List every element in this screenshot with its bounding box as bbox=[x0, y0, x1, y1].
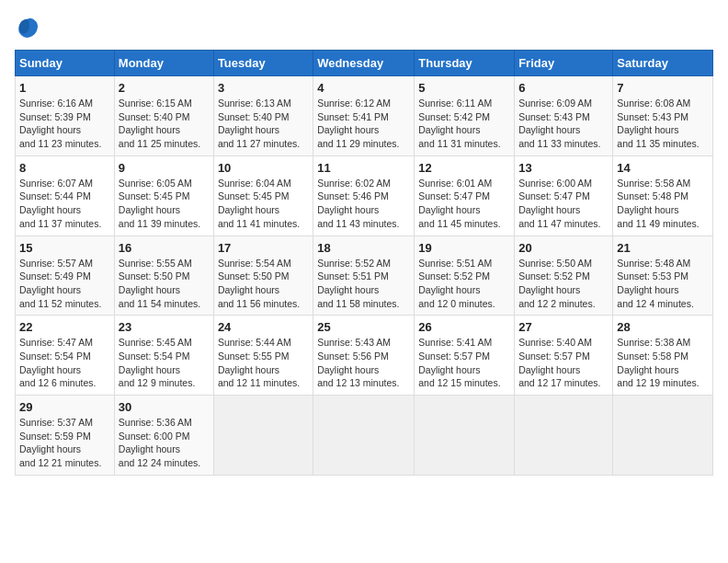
day-number: 26 bbox=[418, 320, 510, 334]
calendar-cell: 17 Sunrise: 5:54 AM Sunset: 5:50 PM Dayl… bbox=[213, 236, 313, 316]
day-number: 20 bbox=[518, 241, 609, 255]
calendar-cell: 23 Sunrise: 5:45 AM Sunset: 5:54 PM Dayl… bbox=[114, 316, 213, 396]
day-info: Sunrise: 5:50 AM Sunset: 5:52 PM Dayligh… bbox=[518, 257, 609, 311]
calendar-cell bbox=[613, 396, 713, 476]
weekday-header: Friday bbox=[515, 51, 613, 76]
calendar-header: SundayMondayTuesdayWednesdayThursdayFrid… bbox=[16, 51, 713, 76]
day-number: 11 bbox=[317, 161, 410, 175]
calendar-cell: 8 Sunrise: 6:07 AM Sunset: 5:44 PM Dayli… bbox=[16, 155, 115, 236]
day-number: 30 bbox=[119, 400, 210, 414]
day-info: Sunrise: 5:43 AM Sunset: 5:56 PM Dayligh… bbox=[317, 336, 410, 390]
day-number: 15 bbox=[19, 241, 110, 255]
day-info: Sunrise: 5:51 AM Sunset: 5:52 PM Dayligh… bbox=[418, 257, 510, 311]
day-info: Sunrise: 5:47 AM Sunset: 5:54 PM Dayligh… bbox=[19, 336, 110, 390]
day-number: 3 bbox=[218, 81, 309, 95]
day-info: Sunrise: 5:52 AM Sunset: 5:51 PM Dayligh… bbox=[317, 257, 410, 311]
calendar-cell: 16 Sunrise: 5:55 AM Sunset: 5:50 PM Dayl… bbox=[114, 236, 213, 316]
calendar-cell: 3 Sunrise: 6:13 AM Sunset: 5:40 PM Dayli… bbox=[213, 76, 313, 156]
weekday-header: Tuesday bbox=[213, 51, 313, 76]
day-info: Sunrise: 6:05 AM Sunset: 5:45 PM Dayligh… bbox=[119, 177, 210, 231]
day-number: 29 bbox=[19, 400, 110, 414]
calendar-cell: 21 Sunrise: 5:48 AM Sunset: 5:53 PM Dayl… bbox=[613, 236, 713, 316]
calendar-week-row: 8 Sunrise: 6:07 AM Sunset: 5:44 PM Dayli… bbox=[16, 155, 713, 236]
day-number: 9 bbox=[119, 161, 210, 175]
calendar-cell: 30 Sunrise: 5:36 AM Sunset: 6:00 PM Dayl… bbox=[114, 396, 213, 476]
calendar-table: SundayMondayTuesdayWednesdayThursdayFrid… bbox=[15, 50, 713, 476]
page-header bbox=[15, 15, 713, 40]
weekday-header: Monday bbox=[114, 51, 213, 76]
calendar-cell: 18 Sunrise: 5:52 AM Sunset: 5:51 PM Dayl… bbox=[313, 236, 415, 316]
calendar-cell: 1 Sunrise: 6:16 AM Sunset: 5:39 PM Dayli… bbox=[16, 76, 115, 156]
day-info: Sunrise: 6:08 AM Sunset: 5:43 PM Dayligh… bbox=[617, 97, 709, 151]
calendar-cell: 19 Sunrise: 5:51 AM Sunset: 5:52 PM Dayl… bbox=[415, 236, 515, 316]
day-info: Sunrise: 5:58 AM Sunset: 5:48 PM Dayligh… bbox=[617, 177, 709, 231]
calendar-cell: 14 Sunrise: 5:58 AM Sunset: 5:48 PM Dayl… bbox=[613, 155, 713, 236]
calendar-cell bbox=[213, 396, 313, 476]
calendar-cell: 25 Sunrise: 5:43 AM Sunset: 5:56 PM Dayl… bbox=[313, 316, 415, 396]
day-number: 25 bbox=[317, 320, 410, 334]
day-info: Sunrise: 6:04 AM Sunset: 5:45 PM Dayligh… bbox=[218, 177, 309, 231]
day-info: Sunrise: 6:01 AM Sunset: 5:47 PM Dayligh… bbox=[418, 177, 510, 231]
day-number: 17 bbox=[218, 241, 309, 255]
day-number: 23 bbox=[119, 320, 210, 334]
calendar-cell: 20 Sunrise: 5:50 AM Sunset: 5:52 PM Dayl… bbox=[515, 236, 613, 316]
day-number: 19 bbox=[418, 241, 510, 255]
day-info: Sunrise: 5:57 AM Sunset: 5:49 PM Dayligh… bbox=[19, 257, 110, 311]
day-number: 28 bbox=[617, 320, 709, 334]
day-info: Sunrise: 5:44 AM Sunset: 5:55 PM Dayligh… bbox=[218, 336, 309, 390]
weekday-header: Sunday bbox=[16, 51, 115, 76]
calendar-week-row: 1 Sunrise: 6:16 AM Sunset: 5:39 PM Dayli… bbox=[16, 76, 713, 156]
day-number: 10 bbox=[218, 161, 309, 175]
calendar-week-row: 15 Sunrise: 5:57 AM Sunset: 5:49 PM Dayl… bbox=[16, 236, 713, 316]
day-number: 5 bbox=[418, 81, 510, 95]
day-info: Sunrise: 5:36 AM Sunset: 6:00 PM Dayligh… bbox=[119, 416, 210, 470]
day-info: Sunrise: 6:02 AM Sunset: 5:46 PM Dayligh… bbox=[317, 177, 410, 231]
day-info: Sunrise: 5:41 AM Sunset: 5:57 PM Dayligh… bbox=[418, 336, 510, 390]
calendar-cell: 12 Sunrise: 6:01 AM Sunset: 5:47 PM Dayl… bbox=[415, 155, 515, 236]
calendar-cell bbox=[515, 396, 613, 476]
weekday-header: Saturday bbox=[613, 51, 713, 76]
calendar-cell: 2 Sunrise: 6:15 AM Sunset: 5:40 PM Dayli… bbox=[114, 76, 213, 156]
day-number: 6 bbox=[518, 81, 609, 95]
day-number: 27 bbox=[518, 320, 609, 334]
day-number: 14 bbox=[617, 161, 709, 175]
day-info: Sunrise: 5:38 AM Sunset: 5:58 PM Dayligh… bbox=[617, 336, 709, 390]
day-info: Sunrise: 5:45 AM Sunset: 5:54 PM Dayligh… bbox=[119, 336, 210, 390]
calendar-cell: 13 Sunrise: 6:00 AM Sunset: 5:47 PM Dayl… bbox=[515, 155, 613, 236]
calendar-cell: 22 Sunrise: 5:47 AM Sunset: 5:54 PM Dayl… bbox=[16, 316, 115, 396]
calendar-cell bbox=[415, 396, 515, 476]
day-number: 2 bbox=[119, 81, 210, 95]
calendar-cell: 24 Sunrise: 5:44 AM Sunset: 5:55 PM Dayl… bbox=[213, 316, 313, 396]
day-number: 1 bbox=[19, 81, 110, 95]
day-info: Sunrise: 6:09 AM Sunset: 5:43 PM Dayligh… bbox=[518, 97, 609, 151]
day-info: Sunrise: 6:13 AM Sunset: 5:40 PM Dayligh… bbox=[218, 97, 309, 151]
day-number: 8 bbox=[19, 161, 110, 175]
day-number: 16 bbox=[119, 241, 210, 255]
day-info: Sunrise: 5:48 AM Sunset: 5:53 PM Dayligh… bbox=[617, 257, 709, 311]
logo-icon bbox=[15, 15, 40, 40]
day-info: Sunrise: 5:54 AM Sunset: 5:50 PM Dayligh… bbox=[218, 257, 309, 311]
day-number: 22 bbox=[19, 320, 110, 334]
day-number: 13 bbox=[518, 161, 609, 175]
calendar-cell: 26 Sunrise: 5:41 AM Sunset: 5:57 PM Dayl… bbox=[415, 316, 515, 396]
day-number: 7 bbox=[617, 81, 709, 95]
day-info: Sunrise: 6:12 AM Sunset: 5:41 PM Dayligh… bbox=[317, 97, 410, 151]
day-number: 12 bbox=[418, 161, 510, 175]
day-number: 4 bbox=[317, 81, 410, 95]
day-info: Sunrise: 6:15 AM Sunset: 5:40 PM Dayligh… bbox=[119, 97, 210, 151]
calendar-cell: 27 Sunrise: 5:40 AM Sunset: 5:57 PM Dayl… bbox=[515, 316, 613, 396]
day-info: Sunrise: 6:07 AM Sunset: 5:44 PM Dayligh… bbox=[19, 177, 110, 231]
logo bbox=[15, 15, 44, 40]
day-info: Sunrise: 5:55 AM Sunset: 5:50 PM Dayligh… bbox=[119, 257, 210, 311]
calendar-week-row: 29 Sunrise: 5:37 AM Sunset: 5:59 PM Dayl… bbox=[16, 396, 713, 476]
day-number: 18 bbox=[317, 241, 410, 255]
weekday-header: Wednesday bbox=[313, 51, 415, 76]
day-info: Sunrise: 6:16 AM Sunset: 5:39 PM Dayligh… bbox=[19, 97, 110, 151]
calendar-cell: 28 Sunrise: 5:38 AM Sunset: 5:58 PM Dayl… bbox=[613, 316, 713, 396]
calendar-cell: 9 Sunrise: 6:05 AM Sunset: 5:45 PM Dayli… bbox=[114, 155, 213, 236]
calendar-cell: 6 Sunrise: 6:09 AM Sunset: 5:43 PM Dayli… bbox=[515, 76, 613, 156]
day-number: 21 bbox=[617, 241, 709, 255]
calendar-cell: 15 Sunrise: 5:57 AM Sunset: 5:49 PM Dayl… bbox=[16, 236, 115, 316]
day-number: 24 bbox=[218, 320, 309, 334]
day-info: Sunrise: 5:40 AM Sunset: 5:57 PM Dayligh… bbox=[518, 336, 609, 390]
